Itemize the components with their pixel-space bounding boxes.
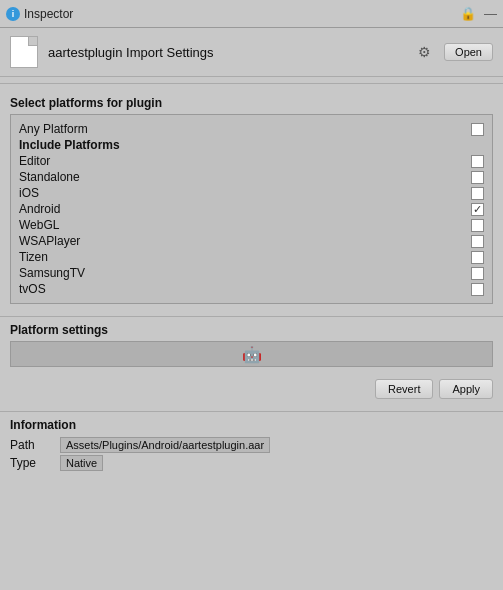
open-button[interactable]: Open [444,43,493,61]
any-platform-label: Any Platform [19,122,88,136]
info-row-type: Type Native [10,454,493,472]
any-platform-row: Any Platform [19,121,484,137]
import-header: aartestplugin Import Settings ⚙ Open [0,28,503,77]
platform-row-samsungtv: SamsungTV [19,265,484,281]
type-label: Type [10,454,60,472]
title-bar-label: Inspector [24,7,73,21]
platform-label-tizen: Tizen [19,250,48,264]
information-table: Path Assets/Plugins/Android/aartestplugi… [10,436,493,472]
platform-checkbox-webgl[interactable] [471,219,484,232]
platform-settings-heading: Platform settings [10,323,493,337]
title-bar: i Inspector 🔒 — [0,0,503,28]
platform-label-wsaplayer: WSAPlayer [19,234,80,248]
platform-label-android: Android [19,202,60,216]
platform-row-standalone: Standalone [19,169,484,185]
platform-row-tizen: Tizen [19,249,484,265]
platforms-box: Any Platform Include Platforms Editor St… [10,114,493,304]
info-row-path: Path Assets/Plugins/Android/aartestplugi… [10,436,493,454]
platform-row-editor: Editor [19,153,484,169]
platform-row-tvos: tvOS [19,281,484,297]
import-title: aartestplugin Import Settings [48,45,404,60]
platform-label-tvos: tvOS [19,282,46,296]
platform-checkbox-tvos[interactable] [471,283,484,296]
platform-checkbox-standalone[interactable] [471,171,484,184]
include-platforms-label: Include Platforms [19,138,120,152]
platform-row-ios: iOS [19,185,484,201]
path-value: Assets/Plugins/Android/aartestplugin.aar [60,436,493,454]
platform-checkbox-editor[interactable] [471,155,484,168]
lock-icon: 🔒 [460,6,476,21]
type-value: Native [60,454,493,472]
file-icon [10,36,38,68]
information-section: Information Path Assets/Plugins/Android/… [10,418,493,472]
inspector-icon: i [6,7,20,21]
platform-row-wsaplayer: WSAPlayer [19,233,484,249]
dash-icon: — [484,6,497,21]
any-platform-checkbox[interactable] [471,123,484,136]
platform-checkbox-android[interactable] [471,203,484,216]
platform-settings-bar: 🤖 [10,341,493,367]
include-platforms-heading-row: Include Platforms [19,137,484,153]
platform-checkbox-samsungtv[interactable] [471,267,484,280]
platform-checkbox-ios[interactable] [471,187,484,200]
platform-label-samsungtv: SamsungTV [19,266,85,280]
platform-label-standalone: Standalone [19,170,80,184]
select-platforms-section: Select platforms for plugin Any Platform… [0,90,503,310]
platform-checkbox-tizen[interactable] [471,251,484,264]
platform-label-webgl: WebGL [19,218,59,232]
select-platforms-heading: Select platforms for plugin [10,96,493,110]
platform-row-android: Android [19,201,484,217]
platform-label-editor: Editor [19,154,50,168]
gear-button[interactable]: ⚙ [414,42,434,62]
revert-button[interactable]: Revert [375,379,433,399]
platform-label-ios: iOS [19,186,39,200]
apply-button[interactable]: Apply [439,379,493,399]
path-label: Path [10,436,60,454]
platform-row-webgl: WebGL [19,217,484,233]
platform-settings-section: Platform settings 🤖 [10,323,493,367]
action-buttons: Revert Apply [0,373,503,405]
android-robot-icon: 🤖 [242,345,262,364]
platform-checkbox-wsaplayer[interactable] [471,235,484,248]
information-heading: Information [10,418,493,432]
